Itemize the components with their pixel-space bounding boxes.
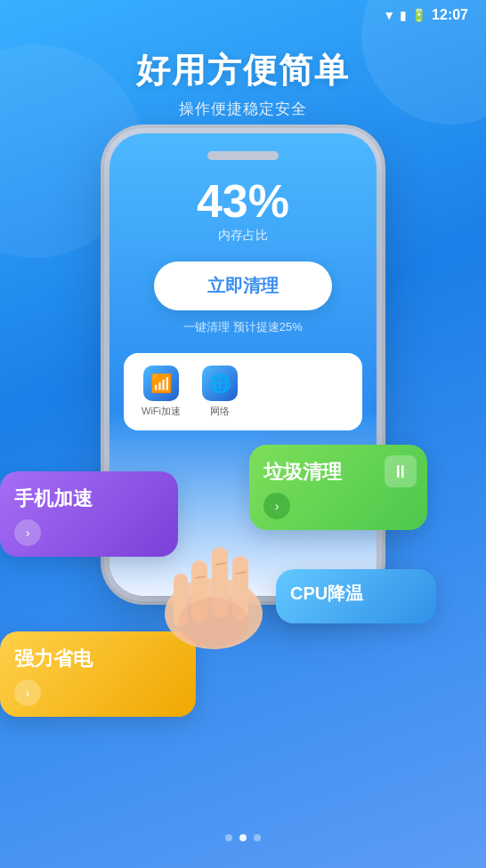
- cpu-cooling-card[interactable]: CPU降温: [276, 569, 436, 623]
- phone-accel-title: 手机加速: [14, 486, 164, 512]
- dot-2-active[interactable]: [239, 834, 247, 841]
- grid-item-wifi[interactable]: 📶 WiFi加速: [142, 366, 181, 418]
- phone-accel-btn[interactable]: ›: [14, 519, 41, 546]
- memory-label: 内存占比: [218, 228, 268, 244]
- hand-illustration: [142, 498, 285, 658]
- wifi-accel-label: WiFi加速: [142, 405, 181, 418]
- network-label: 网络: [210, 405, 230, 418]
- dot-indicators: [225, 834, 261, 841]
- clean-button[interactable]: 立即清理: [154, 261, 332, 310]
- svg-point-5: [178, 598, 249, 647]
- dot-1[interactable]: [225, 834, 232, 841]
- memory-percentage: 43%: [197, 178, 289, 224]
- power-save-btn[interactable]: ›: [14, 679, 41, 706]
- phone-notch: [207, 151, 279, 160]
- wifi-accel-icon: 📶: [143, 366, 179, 401]
- trash-pause-icon: ⏸: [385, 455, 417, 487]
- dot-3[interactable]: [254, 834, 261, 841]
- clean-hint: 一键清理 预计提速25%: [183, 319, 303, 335]
- phone-grid: 📶 WiFi加速 🌐 网络: [124, 353, 362, 430]
- grid-item-network[interactable]: 🌐 网络: [202, 366, 238, 418]
- cpu-cooling-title: CPU降温: [290, 582, 422, 606]
- network-icon: 🌐: [202, 366, 238, 401]
